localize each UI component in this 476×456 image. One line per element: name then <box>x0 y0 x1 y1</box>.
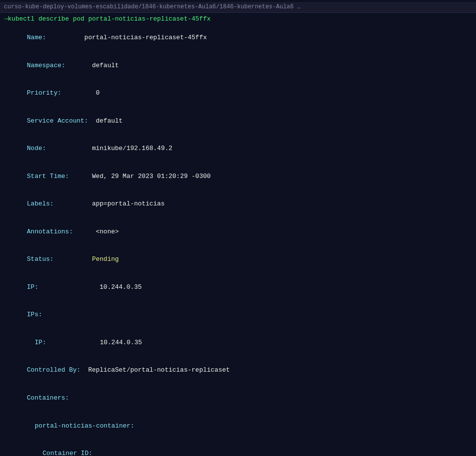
priority-value: 0 <box>61 89 100 97</box>
namespace-label: Namespace: <box>27 62 65 69</box>
node-value: minikube/192.168.49.2 <box>46 145 172 152</box>
container-id-line: Container ID: <box>4 440 472 456</box>
status-label: Status: <box>27 255 54 263</box>
ips-ip-label: IP: <box>27 339 46 346</box>
containers-section: Containers: <box>4 384 472 412</box>
status-value: Pending <box>53 255 119 263</box>
controlled-by-label: Controlled By: <box>27 366 80 374</box>
service-account-label: Service Account: <box>27 117 88 125</box>
name-value: portal-noticias-replicaset-45ffx <box>46 34 207 41</box>
priority-line: Priority: 0 <box>4 79 472 107</box>
controlled-by-value: ReplicaSet/portal-noticias-replicaset <box>80 366 230 374</box>
command-line: →kubectl describe pod portal-noticias-re… <box>4 15 472 24</box>
ip-label: IP: <box>27 283 38 291</box>
labels-label: Labels: <box>27 200 54 207</box>
ip-value: 10.244.0.35 <box>38 283 142 291</box>
ips-ip-value: 10.244.0.35 <box>46 339 142 346</box>
ips-line: IPs: <box>4 302 472 329</box>
terminal-content[interactable]: →kubectl describe pod portal-noticias-re… <box>0 13 476 456</box>
containers-label: Containers: <box>27 394 69 402</box>
namespace-value: default <box>65 62 119 69</box>
ips-label: IPs: <box>27 311 42 318</box>
terminal-window: curso-kube-deploy-volumes-escabilidade/1… <box>0 0 476 456</box>
start-time-label: Start Time: <box>27 173 69 180</box>
namespace-line: Namespace: default <box>4 52 472 80</box>
container-id-label: Container ID: <box>43 450 92 456</box>
container-name-line: portal-noticias-container: <box>4 412 472 440</box>
start-time-line: Start Time: Wed, 29 Mar 2023 01:20:29 -0… <box>4 163 472 191</box>
ips-ip-line: IP: 10.244.0.35 <box>4 329 472 357</box>
priority-label: Priority: <box>27 89 61 97</box>
node-label: Node: <box>27 145 46 152</box>
start-time-value: Wed, 29 Mar 2023 01:20:29 -0300 <box>69 173 211 180</box>
container-name: portal-noticias-container: <box>35 422 134 430</box>
node-line: Node: minikube/192.168.49.2 <box>4 135 472 163</box>
status-line: Status: Pending <box>4 246 472 274</box>
ip-line: IP: 10.244.0.35 <box>4 274 472 302</box>
service-account-line: Service Account: default <box>4 107 472 135</box>
title-bar: curso-kube-deploy-volumes-escabilidade/1… <box>0 2 476 13</box>
name-label: Name: <box>27 34 46 41</box>
annotations-value: <none> <box>73 228 119 235</box>
labels-value: app=portal-noticias <box>53 200 164 207</box>
window-title: curso-kube-deploy-volumes-escabilidade/1… <box>4 3 301 10</box>
controlled-by-line: Controlled By: ReplicaSet/portal-noticia… <box>4 357 472 385</box>
annotations-line: Annotations: <none> <box>4 218 472 246</box>
annotations-label: Annotations: <box>27 228 73 235</box>
name-line: Name: portal-noticias-replicaset-45ffx <box>4 24 472 52</box>
labels-line: Labels: app=portal-noticias <box>4 190 472 218</box>
service-account-value: default <box>88 117 123 125</box>
